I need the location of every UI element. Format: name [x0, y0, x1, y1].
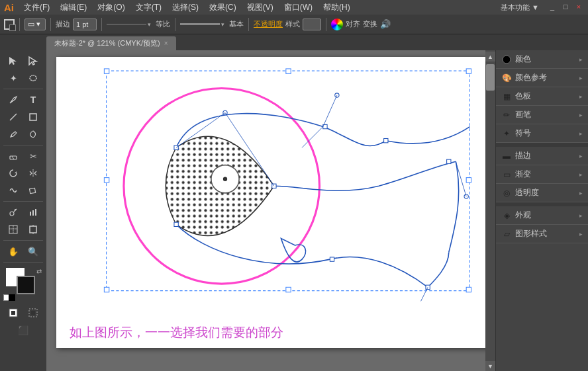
column-graph-tool[interactable]: [24, 204, 42, 220]
panel-stroke-label: 描边: [515, 150, 576, 161]
menu-file[interactable]: 文件(F): [19, 1, 54, 15]
svg-line-3: [10, 114, 17, 120]
warp-tool[interactable]: [4, 183, 23, 198]
vertical-scrollbar[interactable]: ▲ ▼: [485, 50, 495, 371]
panel-stroke-header[interactable]: ▬ 描边 ▸: [496, 147, 588, 165]
tool-row-4: [1, 109, 45, 125]
close-button[interactable]: ×: [573, 3, 584, 12]
scroll-up-button[interactable]: ▲: [485, 52, 495, 62]
reset-bg-button[interactable]: [9, 294, 15, 301]
menu-object[interactable]: 对象(O): [93, 1, 129, 15]
panel-appearance-header[interactable]: ◈ 外观 ▸: [496, 206, 588, 224]
svg-rect-41: [174, 222, 178, 226]
svg-point-2: [30, 75, 36, 81]
eraser-tool[interactable]: [4, 148, 23, 164]
style-box[interactable]: [303, 19, 321, 30]
draw-inside-button[interactable]: [24, 305, 42, 321]
tool-row-2: ✦: [1, 70, 45, 86]
direct-selection-tool[interactable]: [24, 53, 42, 69]
panel-graphic-style-label: 图形样式: [515, 228, 576, 239]
tool-divider-3: [3, 201, 43, 202]
panel-brush-header[interactable]: ✏ 画笔 ▸: [496, 106, 588, 124]
blob-brush-tool[interactable]: [24, 126, 42, 142]
panel-color: 颜色 ▸: [496, 50, 588, 69]
symbol-sprayer-tool[interactable]: [4, 204, 23, 220]
panel-transparency-header[interactable]: ◎ 透明度 ▸: [496, 184, 588, 202]
toolbar-sep-1: [19, 18, 20, 31]
panel-swatches-header[interactable]: ▦ 色板 ▸: [496, 87, 588, 105]
document-canvas: 如上图所示，一一选择我们需要的部分: [56, 57, 485, 348]
svg-rect-13: [30, 212, 31, 216]
document-tab[interactable]: 未标题-2* @ 121% (CMYK/预览) ×: [46, 36, 176, 50]
tab-close-button[interactable]: ×: [164, 40, 168, 47]
zoom-tool[interactable]: 🔍: [24, 243, 42, 259]
menu-view[interactable]: 视图(V): [242, 1, 278, 15]
opacity-label[interactable]: 不透明度: [254, 19, 283, 29]
selection-tool[interactable]: [4, 53, 23, 69]
screen-mode-button[interactable]: ⬛: [14, 322, 32, 338]
menu-edit[interactable]: 编辑(E): [56, 1, 91, 15]
stroke-color[interactable]: [17, 276, 35, 294]
svg-rect-44: [426, 285, 430, 289]
line-tool[interactable]: [4, 109, 23, 125]
scroll-down-button[interactable]: ▼: [485, 361, 495, 371]
type-tool[interactable]: T: [24, 92, 42, 108]
minimize-button[interactable]: _: [547, 3, 558, 12]
menu-help[interactable]: 帮助(H): [318, 1, 355, 15]
stroke-width-input[interactable]: 1 pt: [73, 19, 97, 30]
lasso-tool[interactable]: [24, 70, 42, 86]
scroll-thumb[interactable]: [486, 64, 495, 91]
menu-text[interactable]: 文字(T): [131, 1, 166, 15]
svg-rect-27: [104, 69, 109, 73]
transform-label: 变换: [363, 19, 377, 29]
color-selector[interactable]: ⇄: [3, 268, 43, 301]
scissors-tool[interactable]: ✂: [24, 148, 42, 164]
stroke-swatch: [4, 19, 15, 30]
panel-graphic-style-header[interactable]: ▱ 图形样式 ▸: [496, 225, 588, 243]
swatches-icon: ▦: [501, 91, 512, 102]
svg-rect-4: [30, 114, 36, 120]
svg-rect-43: [384, 139, 388, 143]
tool-row-1: [1, 53, 45, 69]
tool-row-9: [1, 204, 45, 220]
svg-rect-32: [104, 287, 109, 292]
panel-symbol-label: 符号: [515, 128, 576, 139]
rect-tool[interactable]: [24, 109, 42, 125]
swap-colors-button[interactable]: ⇄: [36, 268, 42, 275]
panel-appearance: ◈ 外观 ▸: [496, 206, 588, 225]
tool-row-11: ✋ 🔍: [1, 243, 45, 259]
rotate-tool[interactable]: [4, 165, 23, 181]
panel-color-header[interactable]: 颜色 ▸: [496, 50, 588, 68]
panel-gradient-header[interactable]: ▭ 渐变 ▸: [496, 165, 588, 183]
slice-tool[interactable]: [4, 222, 23, 237]
menu-select[interactable]: 选择(S): [168, 1, 203, 15]
panel-brush-label: 画笔: [515, 109, 576, 120]
reflect-tool[interactable]: [24, 165, 42, 181]
titlebar: Ai 文件(F) 编辑(E) 对象(O) 文字(T) 选择(S) 效果(C) 视…: [0, 0, 588, 15]
svg-rect-45: [447, 159, 451, 163]
panel-symbol-header[interactable]: ✦ 符号 ▸: [496, 124, 588, 142]
panel-color-ref-header[interactable]: 🎨 颜色参考 ▸: [496, 69, 588, 87]
normal-mode-button[interactable]: [4, 305, 23, 321]
extra-icon: 🔊: [380, 19, 391, 29]
panel-gradient: ▭ 渐变 ▸: [496, 165, 588, 184]
pencil-tool[interactable]: [4, 126, 23, 142]
tool-row-3: T: [1, 92, 45, 108]
free-transform-tool[interactable]: [24, 183, 42, 198]
artboard-tool[interactable]: [24, 222, 42, 237]
stroke-label: 描边: [56, 19, 70, 29]
menu-effect[interactable]: 效果(C): [205, 1, 241, 15]
caption-text: 如上图所示，一一选择我们需要的部分: [70, 324, 283, 341]
workspace-label[interactable]: 基本功能 ▼: [501, 3, 539, 13]
menu-window[interactable]: 窗口(W): [279, 1, 317, 15]
pen-tool[interactable]: [4, 92, 23, 108]
stroke-shape-select[interactable]: ▭ ▾: [24, 19, 46, 30]
style-label: 样式: [285, 19, 300, 29]
panel-appearance-label: 外观: [515, 210, 576, 221]
magic-wand-tool[interactable]: ✦: [4, 70, 23, 86]
panel-color-ref-label: 颜色参考: [515, 72, 576, 83]
panel-color-ref: 🎨 颜色参考 ▸: [496, 69, 588, 87]
hand-tool[interactable]: ✋: [4, 243, 23, 259]
svg-rect-23: [11, 311, 15, 315]
maximize-button[interactable]: □: [560, 3, 571, 12]
